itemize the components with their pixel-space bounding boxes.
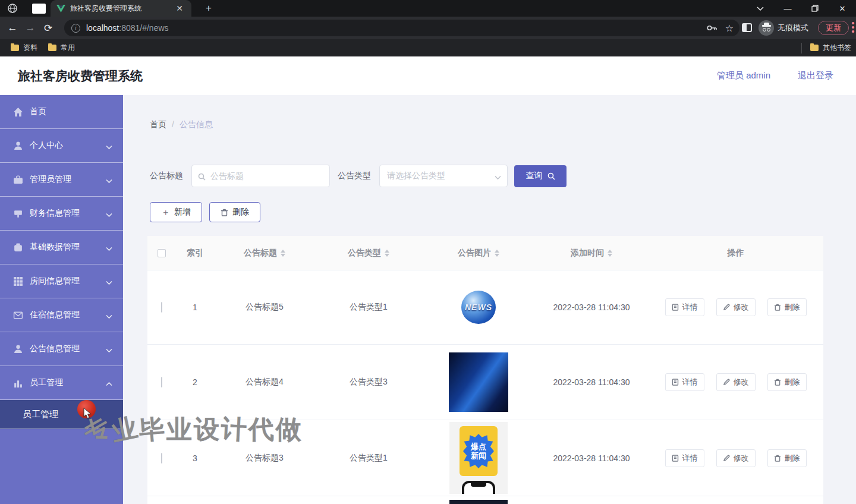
trash-icon [774,379,781,386]
refresh-button[interactable]: ⟳ [39,22,57,34]
grid-icon [13,276,23,286]
edit-label: 修改 [734,453,749,464]
pen-icon [723,304,730,311]
sidebar-item-lodging-info-management[interactable]: 住宿信息管理 [0,298,123,332]
ticket-icon [13,209,23,219]
column-label: 操作 [728,248,744,259]
sidebar-item-home[interactable]: 首页 [0,95,123,129]
cell-title: 公告标题4 [214,377,315,388]
close-window-button[interactable]: ✕ [829,0,856,17]
edit-button[interactable]: 修改 [716,298,756,316]
detail-label: 详情 [682,453,698,464]
new-tab-button[interactable]: + [202,2,215,14]
home-icon [13,107,23,117]
sort-icon[interactable] [281,250,285,257]
breadcrumb: 首页 / 公告信息 [150,119,213,130]
sidebar-item-label: 管理员管理 [30,174,71,185]
notice-image-partial [449,500,508,504]
incognito-avatar-icon[interactable] [759,20,774,36]
bookmark-label: 常用 [61,43,75,53]
title-search-input[interactable] [210,171,323,181]
image-caption: NEWS [465,303,492,312]
password-key-icon[interactable] [707,25,717,31]
cell-index: 1 [176,303,214,312]
cell-actions: 详情 修改 删除 [648,449,823,467]
back-button[interactable]: ← [4,22,21,34]
sort-icon[interactable] [608,250,612,257]
sidebar-item-room-info-management[interactable]: 房间信息管理 [0,264,123,298]
bookmark-folder-2[interactable]: 常用 [48,43,75,53]
detail-button[interactable]: 详情 [665,298,704,316]
browser-menu-icon[interactable]: ••• [851,21,855,34]
document-icon [672,455,679,462]
image-caption: 爆点 [471,442,486,451]
edit-button[interactable]: 修改 [716,449,756,467]
type-select[interactable]: 请选择公告类型 [379,165,508,187]
cell-type: 公告类型1 [315,453,422,464]
sidebar-item-finance-management[interactable]: 财务信息管理 [0,197,123,231]
table-row: 2 公告标题4 公告类型3 2022-03-28 11:04:30 详情 修改 … [147,345,823,420]
pinned-tab-icon[interactable] [32,4,46,14]
row-checkbox[interactable] [161,453,162,464]
document-icon [672,379,679,386]
logout-link[interactable]: 退出登录 [798,70,833,81]
site-info-icon[interactable]: i [71,24,80,33]
sidebar-item-personal-center[interactable]: 个人中心 [0,129,123,163]
browser-tab[interactable]: 旅社客房收费管理系统 ✕ [51,0,191,17]
cell-time: 2022-03-28 11:04:30 [535,377,648,387]
batch-delete-button[interactable]: 删除 [209,202,260,222]
browser-toolbar: ← → ⟳ i localhost:8081/#/news ☆ 无痕模式 更新 … [0,17,856,39]
sidebar-item-admin-management[interactable]: 管理员管理 [0,163,123,197]
detail-button[interactable]: 详情 [665,449,704,467]
url-path: :8081/#/news [119,23,168,33]
column-header-type[interactable]: 公告类型 [315,248,422,259]
chevron-down-icon [106,143,112,149]
bookmark-folder-1[interactable]: 资料 [11,43,37,53]
sort-icon[interactable] [495,250,499,257]
forward-button[interactable]: → [21,22,39,34]
cursor-pointer-icon [83,408,92,419]
column-header-image[interactable]: 公告图片 [422,248,535,259]
browser-logo-icon[interactable] [6,2,19,15]
cell-type: 公告类型1 [315,302,422,313]
side-panel-icon[interactable] [742,23,752,32]
cell-image: 爆点新闻 [422,422,535,494]
sidebar-subitem-label: 员工管理 [23,409,58,420]
sidebar-item-basic-data-management[interactable]: 基础数据管理 [0,231,123,264]
sort-icon[interactable] [385,250,389,257]
minimize-button[interactable]: — [774,0,801,17]
tab-close-icon[interactable]: ✕ [174,4,185,13]
column-header-time[interactable]: 添加时间 [535,248,648,259]
chevron-down-icon [106,278,112,285]
breadcrumb-home[interactable]: 首页 [150,119,166,130]
row-checkbox[interactable] [161,377,162,388]
address-bar[interactable]: i localhost:8081/#/news ☆ [64,20,739,36]
cell-index: 3 [176,453,214,463]
edit-label: 修改 [734,302,749,313]
cell-title: 公告标题5 [214,302,315,313]
title-search-field[interactable] [191,165,330,187]
other-bookmarks[interactable]: 其他书签 [801,43,851,53]
update-browser-button[interactable]: 更新 [818,21,849,35]
delete-button[interactable]: 删除 [767,449,807,467]
row-check-cell [147,453,176,463]
query-button[interactable]: 查询 [514,165,567,187]
detail-button[interactable]: 详情 [665,373,704,391]
add-button[interactable]: ＋ 新增 [150,202,202,222]
delete-button[interactable]: 删除 [767,373,807,391]
edit-button[interactable]: 修改 [716,373,756,391]
restore-button[interactable] [801,0,829,17]
sidebar-item-staff-management[interactable]: 员工管理 [0,366,123,400]
window-menu-chevron-icon[interactable] [747,0,774,17]
notices-table: 索引 公告标题 公告类型 公告图片 添加时间 操作 1 公告标题5 公告类型1 … [147,236,823,504]
admin-user-label[interactable]: 管理员 admin [717,70,770,81]
row-checkbox[interactable] [161,302,162,313]
chevron-up-icon [106,380,112,386]
select-all-checkbox[interactable] [158,249,166,257]
delete-button[interactable]: 删除 [767,298,807,316]
column-header-title[interactable]: 公告标题 [214,248,315,259]
trash-icon [221,209,228,216]
bookmark-star-icon[interactable]: ☆ [725,23,734,34]
sidebar-item-notice-info-management[interactable]: 公告信息管理 [0,332,123,366]
table-header-row: 索引 公告标题 公告类型 公告图片 添加时间 操作 [147,236,823,270]
